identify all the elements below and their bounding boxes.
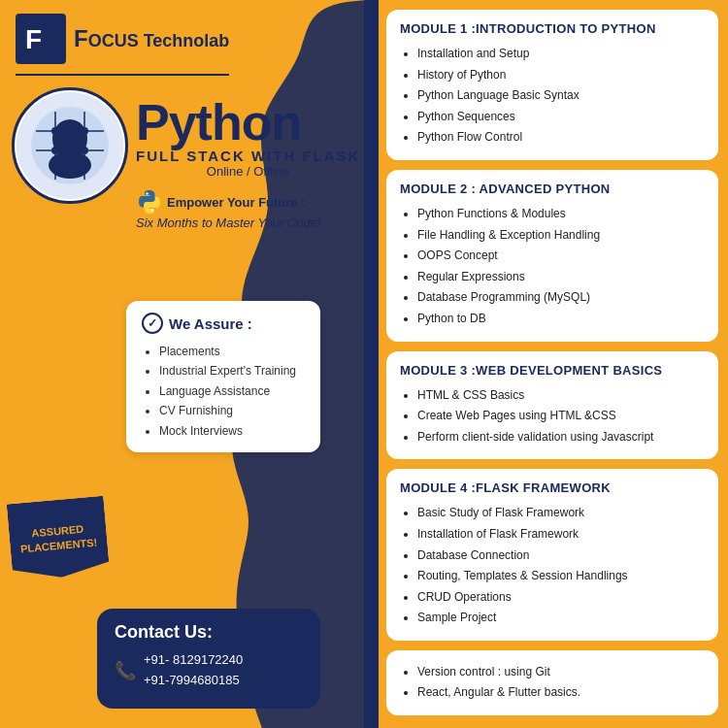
assure-item: Industrial Expert's Training <box>159 361 305 381</box>
list-item: Version control : using Git <box>417 662 705 683</box>
module-card-5: Version control : using Git React, Angul… <box>386 650 718 715</box>
phone-icon: 📞 <box>115 660 136 681</box>
contact-box: Contact Us: 📞 +91- 8129172240 +91-799468… <box>97 609 320 709</box>
list-item: Python Language Basic Syntax <box>417 85 705 107</box>
module-1-title: Module 1 :INTRODUCTION TO PYTHON <box>400 21 705 36</box>
list-item: Python Functions & Modules <box>417 204 705 225</box>
check-circle-icon: ✓ <box>142 313 163 334</box>
main-container: F FOCUS Technolab <box>0 0 728 728</box>
list-item: Python to DB <box>417 309 705 330</box>
empower-text: Empower Your Future : <box>167 195 306 210</box>
contact-numbers: +91- 8129172240 +91-7994680185 <box>144 650 243 691</box>
list-item: Python Flow Control <box>417 127 705 149</box>
assure-list: Placements Industrial Expert's Training … <box>142 342 305 441</box>
svg-text:F: F <box>25 24 42 54</box>
svg-point-12 <box>49 151 91 179</box>
list-item: Installation of Flask Framework <box>417 524 705 546</box>
list-item: Basic Study of Flask Framework <box>417 503 705 524</box>
assure-item: CV Furnishing <box>159 401 305 420</box>
python-logo-icon <box>136 188 163 215</box>
profile-circle <box>12 87 128 204</box>
list-item: History of Python <box>417 65 705 86</box>
list-item: Routing, Templates & Session Handlings <box>417 566 705 587</box>
list-item: Regular Expressions <box>417 267 705 288</box>
list-item: Create Web Pages using HTML &CSS <box>417 406 705 427</box>
left-panel: F FOCUS Technolab <box>0 0 379 728</box>
list-item: HTML & CSS Basics <box>417 385 705 407</box>
placement-badge: ASSUREDPLACEMENTS! <box>7 496 111 581</box>
contact-title: Contact Us: <box>115 622 303 643</box>
list-item: Database Connection <box>417 546 705 567</box>
svg-point-14 <box>150 209 152 211</box>
list-item: Perform client-side validation using Jav… <box>417 427 705 448</box>
list-item: OOPS Concept <box>417 246 705 267</box>
module-card-2: Module 2 : ADVANCED PYTHON Python Functi… <box>386 170 718 342</box>
badge-text: ASSUREDPLACEMENTS! <box>18 520 98 557</box>
logo-icon: F <box>16 14 66 64</box>
module-3-list: HTML & CSS Basics Create Web Pages using… <box>400 385 705 448</box>
subtitle-flask: FULL STACK WITH FLASK <box>136 148 360 164</box>
list-item: File Handling & Exception Handling <box>417 225 705 247</box>
list-item: Sample Project <box>417 608 705 629</box>
right-panel: Module 1 :INTRODUCTION TO PYTHON Install… <box>379 0 728 728</box>
module-4-title: Module 4 :FLASK FRAMEWORK <box>400 480 705 495</box>
module-2-title: Module 2 : ADVANCED PYTHON <box>400 182 705 196</box>
svg-point-13 <box>146 192 148 194</box>
assure-item: Language Assistance <box>159 381 305 401</box>
python-title: Python <box>136 97 360 148</box>
assure-item: Mock Interviews <box>159 421 305 441</box>
module-5-list: Version control : using Git React, Angul… <box>400 662 705 704</box>
circuit-icon <box>17 92 123 199</box>
module-1-list: Installation and Setup History of Python… <box>400 44 705 149</box>
module-card-4: Module 4 :FLASK FRAMEWORK Basic Study of… <box>386 469 718 641</box>
assure-item: Placements <box>159 342 305 361</box>
list-item: Installation and Setup <box>417 44 705 65</box>
subtitle-online: Online / Offline <box>136 164 360 179</box>
module-4-list: Basic Study of Flask Framework Installat… <box>400 503 705 629</box>
list-item: Python Sequences <box>417 107 705 128</box>
list-item: Database Programming (MySQL) <box>417 287 705 309</box>
list-item: React, Angular & Flutter basics. <box>417 682 705 704</box>
phone-number-1: +91- 8129172240 <box>144 650 243 671</box>
sixmonths-text: Six Months to Master Your Code! <box>136 215 360 230</box>
module-card-1: Module 1 :INTRODUCTION TO PYTHON Install… <box>386 10 718 160</box>
module-card-3: Module 3 :WEB DEVELOPMENT BASICS HTML & … <box>386 351 718 460</box>
python-title-area: Python FULL STACK WITH FLASK Online / Of… <box>136 97 360 230</box>
list-item: CRUD Operations <box>417 587 705 609</box>
module-2-list: Python Functions & Modules File Handling… <box>400 204 705 330</box>
module-3-title: Module 3 :WEB DEVELOPMENT BASICS <box>400 363 705 378</box>
contact-row: 📞 +91- 8129172240 +91-7994680185 <box>115 650 303 691</box>
assure-title: ✓ We Assure : <box>142 313 305 334</box>
phone-number-2: +91-7994680185 <box>144 671 243 691</box>
assure-box: ✓ We Assure : Placements Industrial Expe… <box>126 301 320 452</box>
